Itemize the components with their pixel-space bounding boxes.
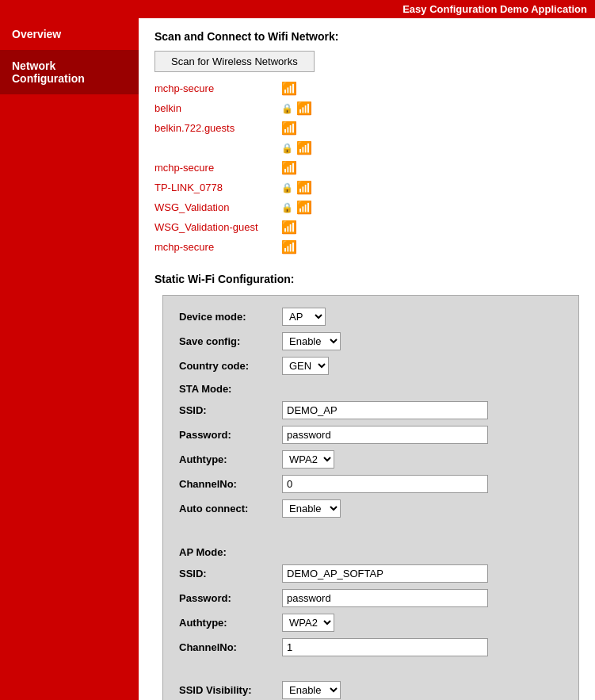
list-item[interactable]: mchp-secure 📶 bbox=[154, 158, 579, 178]
sta-password-label: Password: bbox=[179, 429, 282, 441]
network-icons: 🔒 📶 bbox=[281, 101, 312, 116]
sta-channel-label: ChannelNo: bbox=[179, 478, 282, 490]
sta-ssid-input[interactable] bbox=[282, 401, 488, 419]
network-name: TP-LINK_0778 bbox=[154, 182, 281, 193]
save-config-select[interactable]: Enable Disable bbox=[282, 332, 341, 350]
list-item[interactable]: mchp-secure 📶 bbox=[154, 237, 579, 257]
lock-icon: 🔒 bbox=[281, 182, 293, 193]
lock-icon: 🔒 bbox=[281, 143, 293, 154]
wifi-icon: 📶 bbox=[281, 160, 297, 175]
lock-icon: 🔒 bbox=[281, 202, 293, 213]
network-name: WSG_Validation-guest bbox=[154, 221, 281, 233]
ap-password-input[interactable] bbox=[282, 589, 488, 607]
network-name: WSG_Validation bbox=[154, 201, 281, 213]
ap-authtype-select[interactable]: WPA2 WPA Open bbox=[282, 614, 334, 632]
sidebar: Overview Network Configuration bbox=[0, 18, 139, 700]
scan-section-title: Scan and Connect to Wifi Network: bbox=[154, 30, 579, 43]
sta-password-input[interactable] bbox=[282, 426, 488, 444]
country-code-row: Country code: GEN US EU bbox=[179, 357, 563, 375]
wifi-icon: 📶 bbox=[281, 239, 297, 254]
sta-password-row: Password: bbox=[179, 426, 563, 444]
sta-authtype-row: Authtype: WPA2 WPA Open bbox=[179, 450, 563, 469]
network-name: belkin.722.guests bbox=[154, 122, 281, 134]
main-content: Scan and Connect to Wifi Network: Scan f… bbox=[139, 18, 595, 700]
device-mode-select[interactable]: AP STA bbox=[282, 308, 326, 326]
sta-ssid-row: SSID: bbox=[179, 401, 563, 419]
divider2 bbox=[179, 663, 563, 677]
sidebar-item-network-configuration[interactable]: Network Configuration bbox=[0, 50, 139, 94]
ap-authtype-label: Authtype: bbox=[179, 617, 282, 629]
ap-password-row: Password: bbox=[179, 589, 563, 607]
sta-ssid-label: SSID: bbox=[179, 404, 282, 416]
sta-authtype-label: Authtype: bbox=[179, 453, 282, 465]
wifi-icon: 📶 bbox=[281, 220, 297, 235]
network-icons: 📶 bbox=[281, 220, 297, 235]
network-icons: 🔒 📶 bbox=[281, 140, 312, 155]
network-icons: 📶 bbox=[281, 160, 297, 175]
static-section: Static Wi-Fi Configuration: Device mode:… bbox=[154, 273, 579, 700]
app-layout: Overview Network Configuration Scan and … bbox=[0, 18, 595, 700]
wifi-icon: 📶 bbox=[281, 120, 297, 136]
country-code-label: Country code: bbox=[179, 360, 282, 372]
ssid-visibility-label: SSID Visibility: bbox=[179, 684, 282, 696]
sta-autoconnect-select[interactable]: Enable Disable bbox=[282, 499, 341, 518]
ap-ssid-input[interactable] bbox=[282, 564, 488, 583]
list-item[interactable]: WSG_Validation-guest 📶 bbox=[154, 217, 579, 237]
app-title: Easy Configuration Demo Application bbox=[402, 3, 587, 15]
network-name: mchp-secure bbox=[154, 162, 281, 174]
network-icons: 📶 bbox=[281, 120, 297, 136]
network-icons: 📶 bbox=[281, 81, 297, 96]
sidebar-item-overview[interactable]: Overview bbox=[0, 18, 139, 50]
list-item[interactable]: belkin.722.guests 📶 bbox=[154, 118, 579, 138]
device-mode-row: Device mode: AP STA bbox=[179, 308, 563, 326]
sta-autoconnect-row: Auto connect: Enable Disable bbox=[179, 499, 563, 518]
country-code-select[interactable]: GEN US EU bbox=[282, 357, 329, 375]
top-bar: Easy Configuration Demo Application bbox=[0, 0, 595, 18]
save-config-label: Save config: bbox=[179, 335, 282, 347]
divider bbox=[179, 524, 563, 538]
network-icons: 🔒 📶 bbox=[281, 180, 312, 195]
lock-icon: 🔒 bbox=[281, 103, 293, 114]
wifi-icon: 📶 bbox=[296, 140, 312, 155]
ap-channel-input[interactable] bbox=[282, 638, 488, 656]
ap-mode-heading: AP Mode: bbox=[179, 546, 563, 558]
sta-authtype-select[interactable]: WPA2 WPA Open bbox=[282, 450, 334, 469]
wifi-icon: 📶 bbox=[296, 101, 312, 116]
list-item[interactable]: TP-LINK_0778 🔒 📶 bbox=[154, 178, 579, 197]
scan-button[interactable]: Scan for Wireless Networks bbox=[154, 51, 315, 72]
ap-channel-row: ChannelNo: bbox=[179, 638, 563, 656]
ssid-visibility-row: SSID Visibility: Enable Disable bbox=[179, 681, 563, 699]
sta-channel-input[interactable] bbox=[282, 475, 488, 493]
network-name: mchp-secure bbox=[154, 241, 281, 253]
config-box: Device mode: AP STA Save config: Enable … bbox=[162, 295, 579, 700]
sta-autoconnect-label: Auto connect: bbox=[179, 503, 282, 514]
list-item[interactable]: belkin 🔒 📶 bbox=[154, 98, 579, 118]
ap-channel-label: ChannelNo: bbox=[179, 641, 282, 653]
ap-ssid-label: SSID: bbox=[179, 568, 282, 580]
network-name: mchp-secure bbox=[154, 82, 281, 94]
save-config-row: Save config: Enable Disable bbox=[179, 332, 563, 350]
network-name: belkin bbox=[154, 102, 281, 114]
list-item[interactable]: mchp-secure 📶 bbox=[154, 78, 579, 98]
ap-ssid-row: SSID: bbox=[179, 564, 563, 583]
ap-authtype-row: Authtype: WPA2 WPA Open bbox=[179, 614, 563, 632]
ap-password-label: Password: bbox=[179, 592, 282, 604]
device-mode-label: Device mode: bbox=[179, 311, 282, 323]
static-section-title: Static Wi-Fi Configuration: bbox=[154, 273, 579, 285]
list-item[interactable]: WSG_Validation 🔒 📶 bbox=[154, 197, 579, 217]
wifi-icon: 📶 bbox=[281, 81, 297, 96]
ssid-visibility-select[interactable]: Enable Disable bbox=[282, 681, 341, 699]
list-item[interactable]: 🔒 📶 bbox=[154, 138, 579, 158]
network-icons: 📶 bbox=[281, 239, 297, 254]
sta-mode-heading: STA Mode: bbox=[179, 383, 563, 395]
network-icons: 🔒 📶 bbox=[281, 200, 312, 215]
sta-channel-row: ChannelNo: bbox=[179, 475, 563, 493]
wifi-icon: 📶 bbox=[296, 180, 312, 195]
wifi-icon: 📶 bbox=[296, 200, 312, 215]
network-list: mchp-secure 📶 belkin 🔒 📶 belkin.722.gues… bbox=[154, 78, 579, 257]
